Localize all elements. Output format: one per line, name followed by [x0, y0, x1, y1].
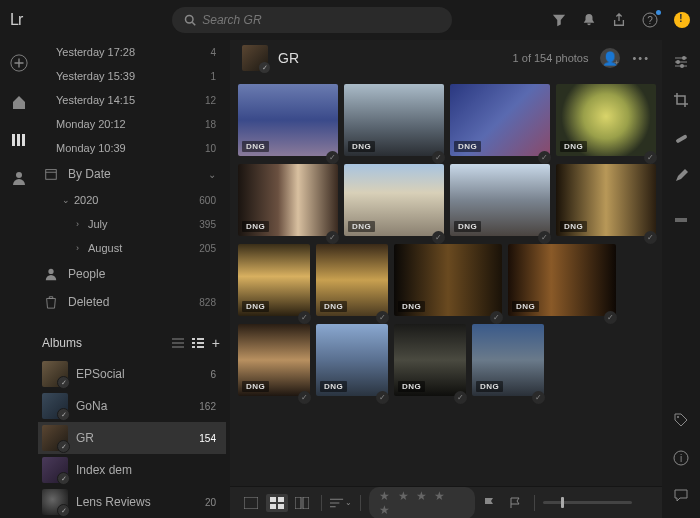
sort-button[interactable]: ⌄	[330, 494, 352, 512]
photo-thumbnail[interactable]: DNG✓	[238, 84, 338, 156]
bell-icon[interactable]	[582, 13, 596, 27]
share-icon[interactable]	[612, 13, 626, 27]
svg-point-11	[48, 269, 53, 274]
album-name: GR	[76, 431, 94, 445]
photo-thumbnail[interactable]: DNG✓	[556, 84, 656, 156]
compare-view-button[interactable]	[292, 494, 314, 512]
svg-rect-22	[270, 497, 276, 502]
people-row[interactable]: People	[38, 260, 226, 288]
svg-point-34	[676, 60, 680, 64]
list-view-icon[interactable]	[172, 337, 184, 349]
file-type-badge: DNG	[560, 221, 587, 232]
contributor-avatar[interactable]: 👤+	[600, 48, 620, 68]
recent-import-row[interactable]: Yesterday 17:284	[38, 40, 226, 64]
square-grid-view-button[interactable]	[266, 494, 288, 512]
left-rail	[0, 40, 38, 518]
album-item[interactable]: Index dem	[38, 454, 226, 486]
month-row[interactable]: ›July395	[38, 212, 226, 236]
photo-thumbnail[interactable]: DNG✓	[344, 84, 444, 156]
albums-header: Albums +	[38, 328, 226, 358]
photo-thumbnail[interactable]: DNG✓	[344, 164, 444, 236]
sync-check-icon: ✓	[432, 231, 445, 244]
edit-sliders-icon[interactable]	[673, 54, 689, 70]
photo-thumbnail[interactable]: DNG✓	[394, 244, 502, 316]
svg-point-32	[682, 56, 686, 60]
shared-icon[interactable]	[11, 170, 27, 186]
more-options-button[interactable]: •••	[632, 52, 650, 64]
file-type-badge: DNG	[560, 141, 587, 152]
album-item[interactable]: EPSocial6	[38, 358, 226, 390]
album-thumb	[42, 489, 68, 515]
flag-rejected-button[interactable]	[504, 494, 526, 512]
chevron-down-icon: ⌄	[208, 169, 226, 180]
right-rail: i	[662, 40, 700, 518]
sync-status-icon[interactable]	[674, 12, 690, 28]
year-row[interactable]: ⌄ 2020 600	[38, 188, 226, 212]
sync-check-icon: ✓	[376, 311, 389, 324]
deleted-row[interactable]: Deleted 828	[38, 288, 226, 316]
file-type-badge: DNG	[320, 301, 347, 312]
photo-thumbnail[interactable]: DNG✓	[556, 164, 656, 236]
recent-import-row[interactable]: Yesterday 14:1512	[38, 88, 226, 112]
file-type-badge: DNG	[454, 141, 481, 152]
thumbnail-size-slider[interactable]	[543, 501, 632, 504]
photo-grid-view-button[interactable]	[240, 494, 262, 512]
photo-thumbnail[interactable]: DNG✓	[316, 244, 388, 316]
keywords-icon[interactable]	[673, 412, 689, 428]
photo-thumbnail[interactable]: DNG✓	[238, 324, 310, 396]
comments-icon[interactable]	[673, 488, 689, 504]
crop-icon[interactable]	[673, 92, 689, 108]
by-date-row[interactable]: By Date ⌄	[38, 160, 226, 188]
svg-point-36	[680, 64, 684, 68]
photo-thumbnail[interactable]: DNG✓	[394, 324, 466, 396]
photo-thumbnail[interactable]: DNG✓	[450, 164, 550, 236]
album-thumbnail	[242, 45, 268, 71]
sync-check-icon: ✓	[326, 151, 339, 164]
rating-filter[interactable]: ★ ★ ★ ★ ★	[369, 487, 474, 519]
content-header: GR 1 of 154 photos 👤+ •••	[230, 40, 662, 76]
album-thumb	[42, 361, 68, 387]
brush-icon[interactable]	[673, 168, 689, 184]
photo-thumbnail[interactable]: DNG✓	[238, 164, 338, 236]
bottom-toolbar: ⌄ ★ ★ ★ ★ ★	[230, 486, 662, 518]
sync-check-icon: ✓	[298, 311, 311, 324]
healing-brush-icon[interactable]	[673, 130, 689, 146]
svg-text:i: i	[680, 453, 682, 464]
add-photos-button[interactable]	[10, 54, 28, 72]
photo-thumbnail[interactable]: DNG✓	[472, 324, 544, 396]
gradient-icon[interactable]	[673, 212, 689, 228]
album-item[interactable]: GoNa162	[38, 390, 226, 422]
recent-import-row[interactable]: Yesterday 15:391	[38, 64, 226, 88]
chevron-right-icon: ›	[76, 219, 88, 229]
info-icon[interactable]: i	[673, 450, 689, 466]
sync-check-icon: ✓	[454, 391, 467, 404]
filter-icon[interactable]	[552, 13, 566, 27]
month-row[interactable]: ›August205	[38, 236, 226, 260]
svg-rect-5	[12, 134, 15, 146]
app-logo: Lr	[10, 11, 22, 29]
file-type-badge: DNG	[242, 381, 269, 392]
recent-import-row[interactable]: Monday 10:3910	[38, 136, 226, 160]
svg-rect-38	[675, 218, 687, 222]
svg-rect-9	[46, 170, 57, 180]
svg-rect-25	[278, 504, 284, 509]
flag-picked-button[interactable]	[479, 494, 501, 512]
photo-thumbnail[interactable]: DNG✓	[508, 244, 616, 316]
compact-list-icon[interactable]	[192, 337, 204, 349]
add-album-button[interactable]: +	[212, 335, 220, 351]
album-item[interactable]: Lens Reviews20	[38, 486, 226, 518]
search-box[interactable]: Search GR	[172, 7, 452, 33]
photo-thumbnail[interactable]: DNG✓	[450, 84, 550, 156]
photo-thumbnail[interactable]: DNG✓	[316, 324, 388, 396]
album-item[interactable]: GR154	[38, 422, 226, 454]
photo-thumbnail[interactable]: DNG✓	[238, 244, 310, 316]
recent-import-row[interactable]: Monday 20:1218	[38, 112, 226, 136]
home-icon[interactable]	[11, 94, 27, 110]
svg-rect-23	[278, 497, 284, 502]
help-icon[interactable]: ?	[642, 12, 658, 28]
by-date-label: By Date	[68, 167, 111, 181]
svg-rect-15	[192, 338, 195, 340]
trash-icon	[44, 295, 58, 309]
svg-rect-7	[22, 134, 25, 146]
my-photos-icon[interactable]	[11, 132, 27, 148]
